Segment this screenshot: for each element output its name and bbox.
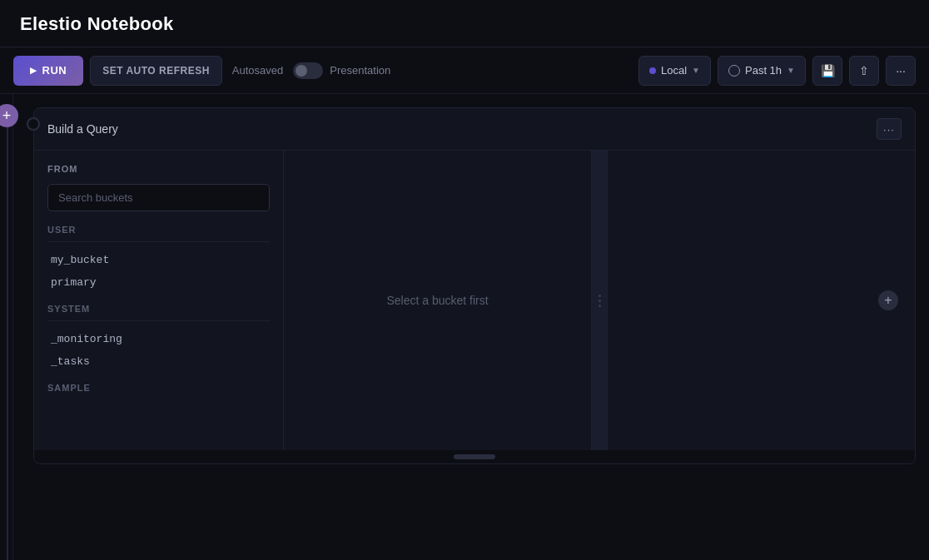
query-builder-body: FROM USER my_bucket primary SYSTEM _moni…	[34, 151, 915, 450]
clock-icon	[728, 65, 740, 77]
list-item[interactable]: primary	[47, 271, 270, 294]
search-buckets-input[interactable]	[47, 184, 270, 211]
list-item[interactable]: _monitoring	[47, 328, 270, 350]
resize-dot	[599, 300, 601, 302]
share-button[interactable]: ⇧	[849, 56, 879, 86]
presentation-toggle-group: Presentation	[293, 62, 390, 79]
run-label: RUN	[42, 64, 67, 77]
main-area: + Build a Query ··· FROM	[0, 94, 929, 560]
content-area: Build a Query ··· FROM USER	[13, 94, 929, 560]
resize-handle[interactable]	[591, 151, 608, 450]
chevron-down-icon: ▼	[692, 66, 700, 75]
from-label: FROM	[47, 164, 270, 174]
auto-refresh-label: SET AUTO REFRESH	[102, 65, 210, 77]
right-empty-panel	[608, 151, 915, 450]
sample-category-label: SAMPLE	[47, 383, 270, 393]
add-column-icon: +	[884, 293, 892, 308]
query-card-wrapper: Build a Query ··· FROM USER	[33, 107, 916, 464]
resize-dot	[599, 305, 601, 307]
auto-refresh-button[interactable]: SET AUTO REFRESH	[90, 56, 222, 86]
query-card-title: Build a Query	[47, 122, 118, 136]
list-item[interactable]: _tasks	[47, 350, 270, 373]
more-options-button[interactable]: ···	[886, 56, 916, 86]
save-button[interactable]: 💾	[812, 56, 842, 86]
source-button[interactable]: Local ▼	[638, 56, 711, 86]
resize-dots	[599, 295, 601, 307]
time-range-button[interactable]: Past 1h ▼	[718, 56, 806, 86]
presentation-label: Presentation	[330, 64, 390, 77]
resize-dot	[599, 295, 601, 297]
play-icon: ▶	[30, 66, 37, 75]
presentation-toggle[interactable]	[293, 62, 323, 79]
source-label: Local	[661, 64, 687, 77]
time-label: Past 1h	[745, 64, 782, 77]
run-button[interactable]: ▶ RUN	[13, 56, 83, 86]
query-builder-card: Build a Query ··· FROM USER	[33, 107, 916, 464]
toolbar: ▶ RUN SET AUTO REFRESH Autosaved Present…	[0, 47, 929, 94]
autosaved-label: Autosaved	[232, 64, 283, 77]
bucket-panel: FROM USER my_bucket primary SYSTEM _moni…	[34, 151, 284, 450]
middle-panel: Select a bucket first	[284, 151, 591, 450]
query-card-header: Build a Query ···	[34, 108, 915, 151]
user-category-label: USER	[47, 225, 270, 235]
system-category-label: SYSTEM	[47, 304, 270, 314]
left-bar: +	[0, 94, 13, 560]
source-dot-icon	[649, 67, 656, 74]
more-icon: ···	[896, 64, 906, 77]
app-title: Elestio Notebook	[20, 13, 174, 34]
bucket-prompt-text: Select a bucket first	[386, 294, 488, 307]
search-input-wrap	[47, 184, 270, 211]
user-divider	[47, 241, 270, 242]
step-circle-indicator	[27, 117, 40, 131]
add-column-button[interactable]: +	[878, 290, 898, 310]
share-icon: ⇧	[859, 64, 869, 77]
scroll-thumb	[454, 454, 495, 459]
vertical-connector-line	[7, 127, 8, 560]
chevron-down-icon-time: ▼	[787, 66, 795, 75]
query-more-icon: ···	[883, 123, 895, 136]
save-icon: 💾	[821, 64, 835, 77]
horizontal-scrollbar[interactable]	[34, 450, 915, 463]
list-item[interactable]: my_bucket	[47, 249, 270, 271]
header: Elestio Notebook	[0, 0, 929, 47]
system-divider	[47, 320, 270, 321]
query-more-button[interactable]: ···	[877, 118, 902, 140]
